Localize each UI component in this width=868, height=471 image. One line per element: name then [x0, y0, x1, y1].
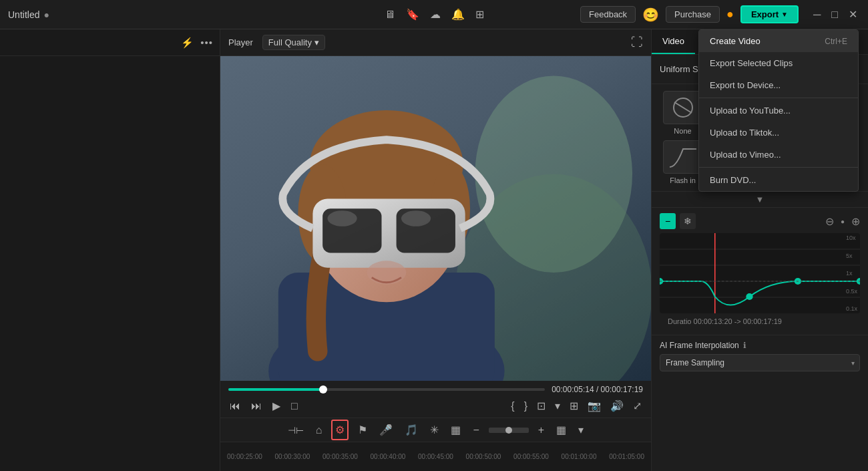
- upload-vimeo-label: Upload to Vimeo...: [710, 150, 781, 160]
- coin-icon[interactable]: ●: [726, 7, 734, 21]
- progress-thumb: [319, 385, 327, 394]
- preset-none-icon: [663, 91, 703, 124]
- ts-5: 00:00:50:00: [466, 453, 501, 460]
- export-button[interactable]: Export ▼: [740, 5, 799, 23]
- ts-4: 00:00:45:00: [418, 453, 453, 460]
- app-title: Untitled: [8, 9, 39, 20]
- more-options-icon[interactable]: •••: [200, 37, 213, 48]
- ai-select-wrapper: Frame Sampling Optical Flow ▾: [660, 354, 860, 371]
- export-arrow-icon: ▼: [781, 11, 788, 18]
- monitor-icon[interactable]: 🖥: [385, 9, 395, 21]
- vr-video-svg: [220, 56, 651, 381]
- grid-icon[interactable]: ⊞: [475, 8, 484, 21]
- export-selected-label: Export Selected Clips: [710, 58, 793, 68]
- expand-arrow-icon[interactable]: ▼: [756, 194, 765, 204]
- image-expand-icon[interactable]: ⛶: [631, 35, 643, 49]
- upload-vimeo-item[interactable]: Upload to Vimeo...: [699, 144, 858, 166]
- trim-arrow-icon: ▾: [554, 398, 562, 414]
- graph-label-5x: 5x: [846, 253, 857, 259]
- notes-tool-button[interactable]: 🎵: [402, 421, 421, 439]
- play-button[interactable]: ▶: [271, 398, 282, 414]
- tab-video[interactable]: Video: [652, 29, 695, 54]
- graph-minus-button[interactable]: −: [660, 213, 676, 229]
- timeline-toolbar: ⊣⊢ ⌂ ⚙ ⚑ 🎤 🎵 ✳ ▦ − + ▦ ▾: [220, 418, 651, 442]
- svg-point-14: [328, 210, 357, 226]
- timeline-home-icon[interactable]: ⌂: [313, 422, 325, 439]
- cloud-icon[interactable]: ☁: [430, 8, 441, 21]
- topbar-center-icons: 🖥 🔖 ☁ 🔔 ⊞: [385, 8, 484, 21]
- progress-bar[interactable]: [228, 388, 545, 391]
- graph-snowflake-button[interactable]: ❄: [680, 213, 696, 229]
- bell-icon[interactable]: 🔔: [451, 8, 465, 21]
- ts-3: 00:00:40:00: [371, 453, 406, 460]
- grid-options-icon[interactable]: ▦: [554, 421, 569, 439]
- video-frame: [220, 56, 651, 381]
- stop-button[interactable]: □: [290, 399, 299, 414]
- copy-frame-button[interactable]: ⊞: [568, 398, 580, 414]
- ai-section: AI Frame Interpolation ℹ Frame Sampling …: [652, 335, 868, 377]
- player-controls: 00:00:05:14 / 00:00:17:19 ⏮ ⏭ ▶ □ { } ⊡ …: [220, 381, 651, 418]
- upload-youtube-label: Upload to YouTube...: [710, 106, 791, 116]
- volume-button[interactable]: 🔊: [609, 398, 625, 414]
- timeline-ruler: 00:00:25:00 00:00:30:00 00:00:35:00 00:0…: [220, 442, 651, 471]
- quality-arrow-icon: ▾: [314, 37, 319, 47]
- timeline-area: ⊣⊢ ⌂ ⚙ ⚑ 🎤 🎵 ✳ ▦ − + ▦ ▾ 00:00:25:00 0: [220, 418, 651, 471]
- graph-dot-icon: ●: [841, 218, 845, 225]
- export-to-device-label: Export to Device...: [710, 80, 781, 90]
- screenshot-button[interactable]: 📷: [586, 398, 602, 414]
- zoom-out-button[interactable]: −: [470, 422, 481, 439]
- upload-tiktok-item[interactable]: Upload to Tiktok...: [699, 122, 858, 144]
- frame-back-button[interactable]: ⏭: [250, 399, 263, 414]
- ts-7: 00:01:00:00: [562, 453, 597, 460]
- topbar-right: Feedback 😊 Purchase ● Export ▼ ─ □ ✕: [580, 5, 860, 23]
- filter-icon[interactable]: ⚡: [181, 37, 194, 49]
- graph-zoom-out-icon[interactable]: ⊖: [825, 215, 834, 228]
- export-to-device-item[interactable]: Export to Device...: [699, 74, 858, 96]
- feedback-button[interactable]: Feedback: [580, 6, 636, 23]
- graph-label-05x: 0.5x: [846, 288, 857, 295]
- skip-back-button[interactable]: ⏮: [228, 399, 242, 414]
- ts-0: 00:00:25:00: [227, 453, 262, 460]
- mic-tool-button[interactable]: 🎤: [377, 421, 395, 439]
- graph-label-10x: 10x: [846, 234, 857, 241]
- quality-dropdown[interactable]: Full Quality ▾: [262, 35, 325, 50]
- close-button[interactable]: ✕: [846, 7, 860, 22]
- purchase-button[interactable]: Purchase: [666, 6, 720, 23]
- ai-interpolation-label: AI Frame Interpolation: [660, 341, 739, 350]
- create-video-item[interactable]: Create Video Ctrl+E: [699, 30, 858, 52]
- graph-container: 10x 5x 1x 0.5x 0.1x: [660, 233, 860, 313]
- control-right-buttons: { } ⊡ ▾ ⊞ 📷 🔊 ⤢: [509, 398, 643, 414]
- mark-in-button[interactable]: {: [509, 399, 515, 414]
- window-controls: ─ □ ✕: [811, 7, 860, 22]
- export-label: Export: [751, 9, 779, 19]
- duration-value: 00:00:13:20 -> 00:00:17:19: [694, 317, 782, 325]
- mark-out-button[interactable]: }: [523, 399, 529, 414]
- player-header: Player Full Quality ▾ ⛶: [220, 29, 651, 56]
- fullscreen-button[interactable]: ⤢: [632, 398, 643, 414]
- bookmark-icon[interactable]: 🔖: [406, 8, 419, 21]
- upload-youtube-item[interactable]: Upload to YouTube...: [699, 100, 858, 122]
- more-options-icon[interactable]: ▾: [576, 421, 586, 439]
- graph-zoom-in-icon[interactable]: ⊕: [851, 215, 860, 228]
- upload-tiktok-label: Upload to Tiktok...: [710, 128, 779, 138]
- ai-info-icon[interactable]: ℹ: [743, 341, 746, 350]
- minimize-button[interactable]: ─: [811, 7, 823, 22]
- zoom-slider[interactable]: [489, 428, 529, 433]
- resize-left-icon[interactable]: ⊣⊢: [285, 422, 306, 438]
- ai-select[interactable]: Frame Sampling Optical Flow: [660, 354, 860, 371]
- trim-button[interactable]: ⊡: [535, 398, 547, 414]
- ai-interpolation-label-area: AI Frame Interpolation ℹ: [660, 341, 860, 350]
- effects-tool-button[interactable]: ✳: [427, 421, 441, 439]
- burn-dvd-item[interactable]: Burn DVD...: [699, 169, 858, 191]
- graph-area: − ❄ ⊖ ● ⊕: [652, 207, 868, 335]
- flag-tool-button[interactable]: ⚑: [355, 421, 370, 439]
- profile-icon[interactable]: 😊: [642, 7, 659, 23]
- gear-tool-button[interactable]: ⚙: [331, 420, 349, 440]
- svg-point-13: [367, 261, 406, 284]
- graph-label-01x: 0.1x: [846, 305, 857, 312]
- caption-tool-button[interactable]: ▦: [448, 421, 463, 439]
- zoom-in-button[interactable]: +: [535, 422, 547, 439]
- ruler-marks: 00:00:25:00 00:00:30:00 00:00:35:00 00:0…: [227, 453, 644, 460]
- export-selected-clips-item[interactable]: Export Selected Clips: [699, 52, 858, 74]
- maximize-button[interactable]: □: [829, 7, 841, 22]
